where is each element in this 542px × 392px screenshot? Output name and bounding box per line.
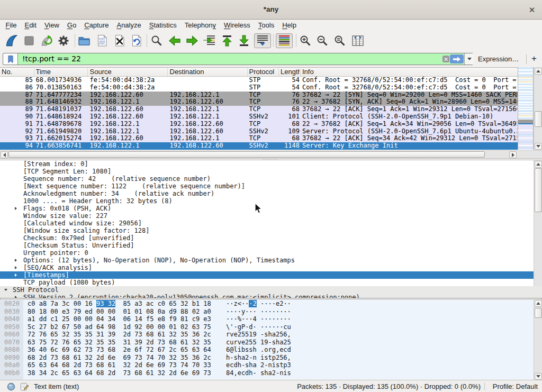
menu-wireless[interactable]: Wireless: [220, 20, 255, 31]
collapsed-arrow-icon[interactable]: [15, 259, 17, 262]
column-header-protocol[interactable]: Protocol: [249, 68, 278, 76]
column-separator[interactable]: [300, 68, 301, 76]
detail-row[interactable]: Flags: 0x018 (PSH, ACK): [0, 205, 534, 212]
detail-row[interactable]: [Window size scaling factor: 128]: [0, 227, 534, 234]
ascii-bytes[interactable]: 84,ecdh- sha2-nis: [226, 369, 291, 377]
hex-bytes[interactable]: 80 18 00 e3 79 ed 00 00 01 01 08 0a d9 8…: [28, 308, 211, 316]
add-filter-button[interactable]: +: [529, 53, 539, 65]
zoom-out-button[interactable]: [314, 33, 331, 48]
collapsed-arrow-icon[interactable]: [15, 266, 17, 269]
scroll-up-button[interactable]: [535, 68, 542, 75]
menu-tools[interactable]: Tools: [254, 20, 278, 31]
hex-row-0050[interactable]: 00505c 27 b2 67 50 ad 64 98 1d 92 00 00 …: [0, 323, 534, 331]
column-header-info[interactable]: Info: [302, 68, 517, 76]
filter-expression-text[interactable]: !tcp.port == 22: [22, 53, 81, 65]
detail-row[interactable]: Sequence number: 42 (relative sequence n…: [0, 175, 534, 183]
zoom-in-button[interactable]: [297, 33, 314, 48]
hex-row-00a0[interactable]: 00a065 63 64 68 2d 73 68 61 32 2d 6e 69 …: [0, 361, 534, 369]
packet-row-85[interactable]: 8568.001734936fe:54:00:d4:38:2aSTP54Conf…: [0, 77, 518, 84]
packet-row-88[interactable]: 8871.648146932192.168.122.1192.168.122.6…: [0, 98, 518, 106]
reload-file-button[interactable]: [128, 33, 145, 48]
menu-edit[interactable]: Edit: [21, 20, 40, 31]
scroll-thumb[interactable]: [535, 308, 542, 318]
ascii-bytes[interactable]: curve255 19-sha25: [226, 339, 291, 347]
column-header-length[interactable]: Length: [281, 68, 300, 76]
hex-bytes[interactable]: c0 a8 7a 3c 00 16 93 32 85 a3 ac c0 65 3…: [28, 300, 211, 308]
column-separator[interactable]: [34, 68, 34, 76]
scroll-thumb[interactable]: [535, 168, 542, 212]
detail-row[interactable]: [Stream index: 0]: [0, 160, 534, 168]
detail-row[interactable]: Acknowledgment number: 34 (relative ack …: [0, 190, 534, 197]
packet-row-86[interactable]: 8670.013850163fe:54:00:d4:38:2aSTP54Conf…: [0, 84, 518, 92]
detail-row[interactable]: [Timestamps]: [0, 271, 534, 279]
scroll-down-button[interactable]: [535, 373, 542, 380]
menu-view[interactable]: View: [40, 20, 63, 31]
ascii-bytes[interactable]: ····y··· ········: [226, 308, 291, 316]
zoom-original-button[interactable]: [331, 33, 348, 48]
hex-bytes[interactable]: 5c 27 b2 67 50 ad 64 98 1d 92 00 00 01 0…: [28, 323, 211, 331]
hex-row-0020[interactable]: 0020c0 a8 7a 3c 00 16 93 32 85 a3 ac c0 …: [0, 300, 534, 308]
menu-statistics[interactable]: Statistics: [145, 20, 180, 31]
hex-bytes[interactable]: a1 dd c1 25 00 00 04 34 06 14 f5 e8 f9 8…: [28, 315, 211, 323]
status-profile[interactable]: Profile: Default: [493, 380, 538, 392]
collapsed-arrow-icon[interactable]: [15, 296, 17, 299]
save-file-button[interactable]: 010110100101: [94, 33, 111, 48]
open-file-button[interactable]: [76, 33, 93, 48]
column-separator[interactable]: [87, 68, 88, 76]
menu-capture[interactable]: Capture: [80, 20, 113, 31]
ascii-bytes[interactable]: ··z<···2 ····e2··: [226, 300, 291, 308]
packet-row-91[interactable]: 9171.648789678192.168.122.1192.168.122.6…: [0, 121, 518, 128]
close-button[interactable]: ✕: [526, 4, 538, 16]
filter-history-dropdown[interactable]: [464, 53, 474, 65]
ascii-bytes[interactable]: \'·gP·d· ······cu: [226, 323, 291, 331]
menu-analyze[interactable]: Analyze: [113, 20, 145, 31]
auto-scroll-toggle-button[interactable]: [254, 33, 271, 48]
close-file-button[interactable]: [111, 33, 128, 48]
details-vscrollbar[interactable]: [534, 160, 542, 298]
packet-row-92[interactable]: 9271.661949820192.168.122.1192.168.122.6…: [0, 128, 518, 135]
hex-row-0060[interactable]: 006072 76 65 32 35 35 31 39 2d 73 68 61 …: [0, 331, 534, 339]
collapsed-arrow-icon[interactable]: [15, 207, 17, 210]
ascii-bytes[interactable]: rve25519 -sha256,: [226, 331, 291, 339]
detail-row[interactable]: SSH Version 2 (encryption:chacha20-poly1…: [0, 294, 542, 298]
detail-row[interactable]: Checksum: 0x79ed [unverified]: [0, 234, 534, 242]
title-bar[interactable]: *any ✕: [0, 0, 542, 20]
hex-row-0040[interactable]: 0040a1 dd c1 25 00 00 04 34 06 14 f5 e8 …: [0, 315, 534, 323]
packet-list-header[interactable]: No.TimeSourceDestinationProtocolLengthIn…: [0, 68, 518, 77]
packet-row-94[interactable]: 9471.663856741192.168.122.1192.168.122.6…: [0, 142, 518, 150]
hex-row-0080[interactable]: 008036 40 6c 69 62 73 73 68 2e 6f 72 67 …: [0, 346, 534, 354]
detail-row[interactable]: Urgent pointer: 0: [0, 249, 534, 257]
column-separator[interactable]: [247, 68, 248, 76]
hex-bytes[interactable]: 38 34 2c 65 63 64 68 2d 73 68 61 32 2d 6…: [28, 369, 211, 377]
packet-row-87[interactable]: 8771.647777234192.168.122.60192.168.122.…: [0, 92, 518, 99]
ascii-bytes[interactable]: ···%···4 ········: [226, 315, 291, 323]
scroll-down-button[interactable]: [535, 143, 542, 150]
restart-capture-button[interactable]: [38, 33, 55, 48]
collapsed-arrow-icon[interactable]: [15, 274, 17, 277]
hex-bytes[interactable]: 72 76 65 32 35 35 31 39 2d 73 68 61 32 3…: [28, 331, 211, 339]
packet-row-90[interactable]: 9071.648618924192.168.122.60192.168.122.…: [0, 113, 518, 121]
hex-bytes[interactable]: 68 2d 73 68 61 32 2d 6e 69 73 74 70 32 3…: [28, 354, 211, 362]
column-header-time[interactable]: Time: [36, 68, 87, 76]
hex-row-0090[interactable]: 009068 2d 73 68 61 32 2d 6e 69 73 74 70 …: [0, 354, 534, 362]
detail-row[interactable]: Window size value: 227: [0, 212, 534, 220]
hex-row-0030[interactable]: 003080 18 00 e3 79 ed 00 00 01 01 08 0a …: [0, 308, 534, 316]
packet-list-vscrollbar[interactable]: [534, 67, 542, 150]
column-header-destination[interactable]: Destination: [170, 68, 247, 76]
packet-row-93[interactable]: 9371.662015274192.168.122.60192.168.122.…: [0, 135, 518, 142]
stop-capture-button[interactable]: [21, 33, 38, 48]
hex-bytes[interactable]: 63 75 72 76 65 32 35 35 31 39 2d 73 68 6…: [28, 339, 211, 347]
menu-telephony[interactable]: Telephony: [180, 20, 220, 31]
detail-row[interactable]: 1000 .... = Header Length: 32 bytes (8): [0, 197, 534, 205]
ascii-bytes[interactable]: 6@libssh .org,ecd: [226, 346, 291, 354]
filter-apply-button[interactable]: [450, 54, 464, 63]
detail-row[interactable]: [Checksum Status: Unverified]: [0, 242, 534, 249]
filter-bookmark-button[interactable]: [3, 53, 18, 65]
column-separator[interactable]: [167, 68, 168, 76]
go-last-button[interactable]: [236, 33, 252, 48]
filter-clear-button[interactable]: ✕: [442, 56, 449, 62]
detail-row[interactable]: [Next sequence number: 1122 (relative se…: [0, 183, 534, 190]
detail-row[interactable]: [TCP Segment Len: 1080]: [0, 168, 534, 175]
hex-row-0070[interactable]: 007063 75 72 76 65 32 35 35 31 39 2d 73 …: [0, 339, 534, 347]
detail-row[interactable]: Options: (12 bytes), No-Operation (NOP),…: [0, 257, 534, 264]
